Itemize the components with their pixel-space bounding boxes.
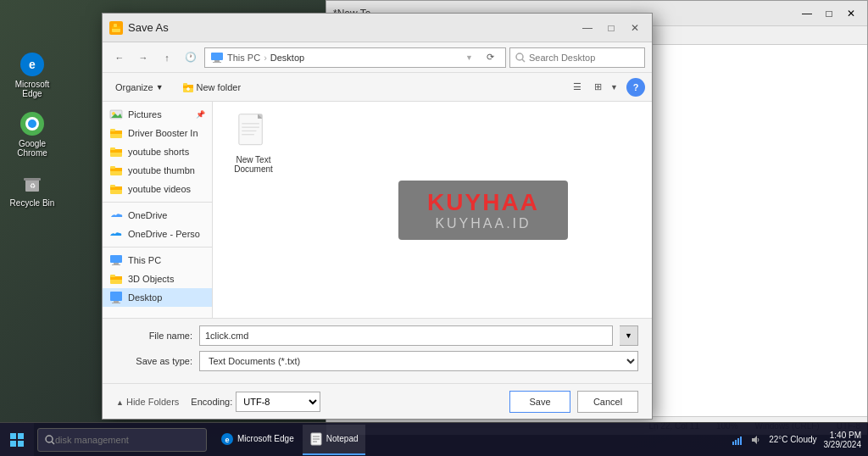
- encoding-area: ▲ Hide Folders Encoding: UTF-8: [116, 392, 503, 412]
- savetype-select[interactable]: Text Documents (*.txt): [199, 351, 638, 371]
- nav-pin-icon: 📌: [196, 110, 205, 119]
- desktop-icon-chrome[interactable]: Google Chrome: [7, 110, 58, 158]
- taskbar-date: 3/29/2024: [824, 440, 862, 449]
- volume-icon: [750, 434, 762, 446]
- desktop-icon-chrome-label: Google Chrome: [7, 139, 58, 158]
- refresh-btn[interactable]: ⟳: [480, 47, 500, 68]
- nav-item-pictures[interactable]: Pictures 📌: [103, 105, 212, 124]
- notepad-maximize[interactable]: □: [820, 5, 838, 22]
- svg-rect-10: [114, 24, 117, 27]
- new-folder-btn[interactable]: New folder: [176, 78, 248, 97]
- taskbar-search-icon: [45, 435, 55, 445]
- folder-youtube-thumbnails-icon: [109, 164, 123, 177]
- desktop-icon-edge-label: Microsoft Edge: [7, 80, 58, 98]
- cancel-button[interactable]: Cancel: [577, 391, 638, 413]
- nav-item-youtube-videos[interactable]: youtube videos: [103, 180, 212, 198]
- svg-point-56: [46, 436, 53, 442]
- dialog-title-text: Save As: [128, 21, 169, 34]
- watermark-title: KUYHAA: [415, 189, 551, 216]
- dialog-minimize-btn[interactable]: —: [577, 19, 598, 37]
- folder-youtube-shorts-icon: [109, 145, 123, 158]
- organize-arrow: ▼: [156, 83, 164, 92]
- taskbar-weather: 22°C Cloudy: [769, 435, 816, 444]
- desktop: e Microsoft Edge Google Chrome ♻ Recycle…: [0, 0, 868, 456]
- dialog-maximize-btn[interactable]: □: [601, 19, 621, 37]
- notepad-close[interactable]: ✕: [842, 5, 860, 22]
- view-list-btn[interactable]: ☰: [568, 78, 587, 97]
- filename-dropdown-arrow[interactable]: ▼: [620, 325, 638, 346]
- nav-item-desktop[interactable]: Desktop: [103, 288, 212, 307]
- start-button[interactable]: [0, 423, 34, 457]
- taskbar-app-notepad[interactable]: Notepad: [303, 425, 365, 455]
- desktop-icon-edge[interactable]: e Microsoft Edge: [7, 51, 58, 98]
- dialog-close-btn[interactable]: ✕: [625, 19, 645, 37]
- svg-rect-67: [740, 437, 742, 445]
- filename-row: File name: ▼: [116, 325, 638, 346]
- desktop-icon-recycle-label: Recycle Bin: [10, 198, 55, 208]
- nav-item-youtube-thumbnails[interactable]: youtube thumbn: [103, 161, 212, 180]
- save-button[interactable]: Save: [509, 391, 570, 413]
- desktop-icon-recycle[interactable]: ♻ Recycle Bin: [7, 170, 58, 208]
- breadcrumb-dropdown-arrow[interactable]: ▼: [465, 53, 473, 62]
- nav-item-driver-booster[interactable]: Driver Booster In: [103, 124, 212, 142]
- organize-btn[interactable]: Organize ▼: [109, 79, 170, 96]
- computer-icon: [210, 51, 224, 64]
- taskbar-time: 1:40 PM: [830, 431, 861, 440]
- nav-this-pc-label: This PC: [128, 255, 161, 265]
- svg-rect-45: [239, 114, 262, 145]
- dialog-titlebar: Save As — □ ✕: [103, 14, 652, 42]
- nav-item-onedrive[interactable]: OneDrive: [103, 206, 212, 225]
- encoding-select[interactable]: UTF-8: [236, 392, 320, 412]
- taskbar-search-input[interactable]: [55, 435, 182, 445]
- svg-rect-66: [737, 438, 739, 445]
- hide-folders-btn[interactable]: ▲ Hide Folders: [116, 397, 179, 407]
- forward-btn[interactable]: →: [133, 47, 153, 68]
- breadcrumb-sep: ›: [264, 53, 267, 63]
- windows-logo-icon: [9, 432, 25, 448]
- recent-btn[interactable]: 🕐: [181, 47, 201, 68]
- back-btn[interactable]: ←: [109, 47, 130, 68]
- view-grid-btn[interactable]: ⊞: [588, 78, 607, 97]
- nav-item-this-pc[interactable]: This PC: [103, 251, 212, 270]
- notepad-minimize[interactable]: —: [798, 5, 816, 22]
- filename-label: File name:: [116, 331, 192, 341]
- view-dropdown-arrow[interactable]: ▼: [609, 83, 620, 92]
- svg-rect-18: [183, 83, 187, 86]
- dialog-toolbar: ← → ↑ 🕐 This PC › Desktop ▼ ⟳: [103, 42, 652, 73]
- up-btn[interactable]: ↑: [157, 47, 177, 68]
- svg-text:e: e: [29, 58, 36, 71]
- breadcrumb-bar[interactable]: This PC › Desktop ▼ ⟳: [204, 47, 506, 68]
- nav-item-youtube-shorts[interactable]: youtube shorts: [103, 142, 212, 161]
- svg-rect-36: [110, 255, 122, 263]
- svg-rect-52: [10, 433, 16, 439]
- nav-youtube-videos-label: youtube videos: [128, 184, 191, 194]
- help-btn[interactable]: ?: [626, 78, 645, 97]
- svg-point-4: [28, 120, 36, 128]
- filename-input[interactable]: [199, 325, 613, 346]
- taskbar-search-box: [37, 428, 207, 452]
- search-input[interactable]: [529, 53, 631, 63]
- search-bar: [509, 47, 645, 68]
- file-item-new-text[interactable]: New Text Document: [220, 108, 287, 178]
- taskbar-apps: e Microsoft Edge Notepad: [210, 425, 725, 455]
- nav-item-onedrive-personal[interactable]: OneDrive - Perso: [103, 225, 212, 243]
- nav-driver-label: Driver Booster In: [128, 128, 198, 138]
- svg-rect-41: [110, 275, 115, 277]
- nav-pictures-label: Pictures: [128, 109, 162, 120]
- svg-rect-43: [114, 301, 119, 303]
- svg-line-57: [52, 442, 54, 444]
- svg-rect-12: [214, 60, 220, 62]
- svg-point-14: [516, 53, 523, 60]
- breadcrumb-part2: Desktop: [270, 53, 304, 63]
- svg-rect-55: [18, 441, 24, 447]
- watermark-subtitle: KUYHAA.ID: [415, 216, 551, 231]
- svg-line-15: [522, 59, 525, 62]
- svg-rect-32: [110, 166, 115, 169]
- svg-text:♻: ♻: [30, 182, 36, 190]
- taskbar-app-notepad-label: Notepad: [326, 434, 359, 443]
- taskbar-app-edge[interactable]: e Microsoft Edge: [214, 425, 301, 455]
- nav-item-3d-objects[interactable]: 3D Objects: [103, 270, 212, 288]
- svg-rect-6: [24, 178, 41, 181]
- onedrive-icon: [109, 209, 123, 222]
- savetype-row: Save as type: Text Documents (*.txt): [116, 351, 638, 371]
